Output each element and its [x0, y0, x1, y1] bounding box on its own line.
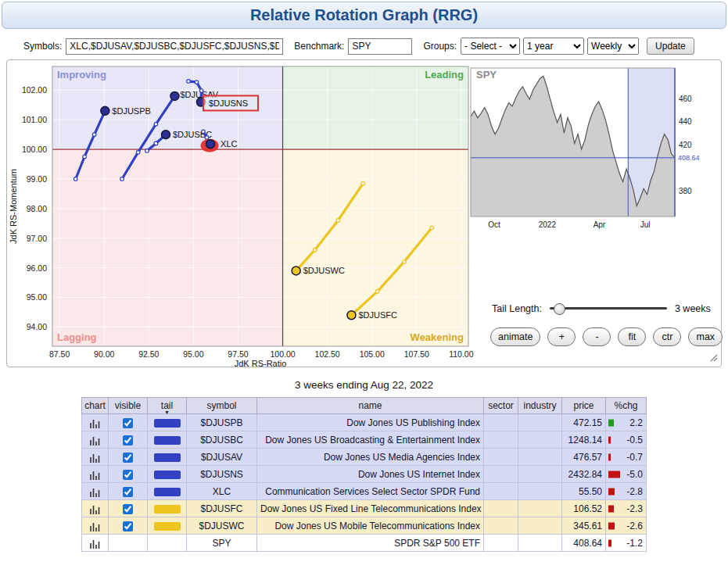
- fit-button[interactable]: fit: [618, 327, 646, 346]
- resize-handle[interactable]: [708, 351, 718, 365]
- industry-cell: [518, 414, 562, 431]
- chart-cell[interactable]: [82, 535, 109, 552]
- price-cell: 476.57: [562, 449, 606, 466]
- chg-cell: -2.6: [606, 517, 647, 535]
- name-cell: Communication Services Select Sector SPD…: [257, 483, 484, 500]
- col-header-chart[interactable]: chart: [82, 398, 109, 414]
- svg-text:100.00: 100.00: [22, 145, 47, 154]
- tail-swatch[interactable]: [154, 505, 181, 514]
- visible-checkbox[interactable]: [123, 435, 133, 446]
- col-header-sector[interactable]: sector: [484, 398, 518, 414]
- chart-cell[interactable]: [82, 517, 109, 535]
- tail-swatch[interactable]: [154, 453, 181, 462]
- visible-checkbox[interactable]: [123, 418, 133, 428]
- chart-icon[interactable]: [89, 468, 102, 479]
- price-cell: 1248.14: [562, 431, 606, 449]
- col-header-price[interactable]: price: [562, 398, 606, 414]
- update-button[interactable]: Update: [647, 38, 694, 55]
- tail-swatch[interactable]: [154, 522, 181, 531]
- chart-cell[interactable]: [82, 466, 109, 483]
- symbol-cell[interactable]: $DJUSNS: [187, 466, 257, 483]
- tail-length-label: Tail Length:: [492, 303, 542, 314]
- chg-value: -0.7: [626, 452, 643, 463]
- chart-icon[interactable]: [89, 417, 102, 428]
- tail-swatch[interactable]: [154, 436, 181, 445]
- symbol-cell[interactable]: $DJUSWC: [187, 517, 257, 535]
- series-label: XLC: [221, 139, 237, 149]
- animate-button[interactable]: animate: [490, 327, 540, 346]
- chg-value: -1.2: [626, 538, 643, 549]
- chg-bar: [608, 471, 620, 478]
- sector-cell: [484, 449, 518, 466]
- tail-cell: [148, 483, 187, 500]
- zoom-out-button[interactable]: -: [583, 327, 611, 346]
- visible-checkbox[interactable]: [123, 470, 133, 480]
- chg-bar: [608, 539, 611, 546]
- chart-icon[interactable]: [89, 520, 102, 531]
- zoom-in-button[interactable]: +: [547, 327, 576, 346]
- benchmark-title: SPY: [476, 69, 497, 81]
- chart-cell[interactable]: [82, 431, 109, 449]
- slider-track[interactable]: [550, 307, 667, 310]
- chg-value: -2.3: [626, 503, 643, 514]
- frequency-select[interactable]: Weekly: [587, 38, 639, 55]
- tail-cell: [148, 449, 187, 466]
- rrg-chart[interactable]: 87.5090.0092.5095.0097.50100.00102.50105…: [9, 60, 478, 367]
- tail-swatch[interactable]: [154, 471, 181, 479]
- symbol-cell[interactable]: $DJUSBC: [187, 431, 257, 449]
- col-header-industry[interactable]: industry: [518, 398, 562, 414]
- visible-checkbox[interactable]: [123, 453, 133, 463]
- name-cell: Dow Jones US Fixed Line Telecommunicatio…: [257, 500, 484, 517]
- chart-cell[interactable]: [82, 500, 109, 517]
- series-endpoint: [206, 140, 215, 149]
- groups-select[interactable]: - Select -: [461, 38, 520, 55]
- symbols-input[interactable]: [66, 38, 283, 55]
- visible-cell: [109, 466, 148, 483]
- tail-swatch[interactable]: [154, 488, 181, 496]
- visible-checkbox[interactable]: [123, 487, 133, 497]
- visible-checkbox[interactable]: [123, 504, 133, 514]
- tail-swatch[interactable]: [154, 419, 181, 428]
- industry-cell: [518, 466, 562, 483]
- svg-text:Jul: Jul: [640, 220, 651, 229]
- chart-icon[interactable]: [89, 485, 102, 496]
- benchmark-label: Benchmark:: [294, 41, 344, 52]
- visible-checkbox[interactable]: [123, 521, 133, 531]
- period-select[interactable]: 1 year: [523, 38, 584, 55]
- chart-cell[interactable]: [82, 414, 109, 431]
- center-button[interactable]: ctr: [653, 327, 681, 346]
- symbol-cell[interactable]: XLC: [187, 483, 257, 500]
- toolbar: Symbols: Benchmark: Groups: - Select - 1…: [23, 38, 722, 55]
- chart-cell[interactable]: [82, 449, 109, 466]
- svg-text:95.00: 95.00: [27, 292, 47, 302]
- series-endpoint: [170, 91, 179, 100]
- tail-cell: [148, 466, 187, 483]
- visible-cell: [109, 483, 148, 500]
- svg-text:107.50: 107.50: [404, 349, 429, 359]
- symbol-cell[interactable]: SPY: [187, 535, 257, 552]
- col-header-name[interactable]: name: [257, 398, 484, 414]
- symbols-table: chartvisibletail▼symbolnamesectorindustr…: [81, 397, 647, 552]
- chart-icon[interactable]: [89, 503, 102, 514]
- symbol-cell[interactable]: $DJUSPB: [187, 414, 257, 431]
- slider-knob[interactable]: [554, 303, 565, 315]
- col-header-tail[interactable]: tail▼: [148, 398, 187, 414]
- svg-text:110.00: 110.00: [449, 349, 473, 359]
- chg-cell: -5.0: [606, 466, 647, 483]
- chart-cell[interactable]: [82, 483, 109, 500]
- svg-text:90.00: 90.00: [94, 349, 114, 359]
- chart-icon[interactable]: [89, 434, 102, 445]
- chg-value: -5.0: [626, 469, 643, 480]
- symbol-cell[interactable]: $DJUSAV: [187, 449, 257, 466]
- symbol-cell[interactable]: $DJUSFC: [187, 500, 257, 517]
- chart-icon[interactable]: [89, 451, 102, 462]
- col-header-visible[interactable]: visible: [109, 398, 148, 414]
- max-button[interactable]: max: [688, 327, 723, 346]
- sector-cell: [484, 431, 518, 449]
- col-header-chg[interactable]: %chg: [606, 398, 647, 414]
- benchmark-input[interactable]: [348, 38, 412, 55]
- col-header-symbol[interactable]: symbol: [187, 398, 257, 414]
- tail-length-slider[interactable]: [550, 302, 667, 314]
- quadrant-label: Leading: [425, 69, 464, 81]
- chart-icon[interactable]: [89, 537, 102, 548]
